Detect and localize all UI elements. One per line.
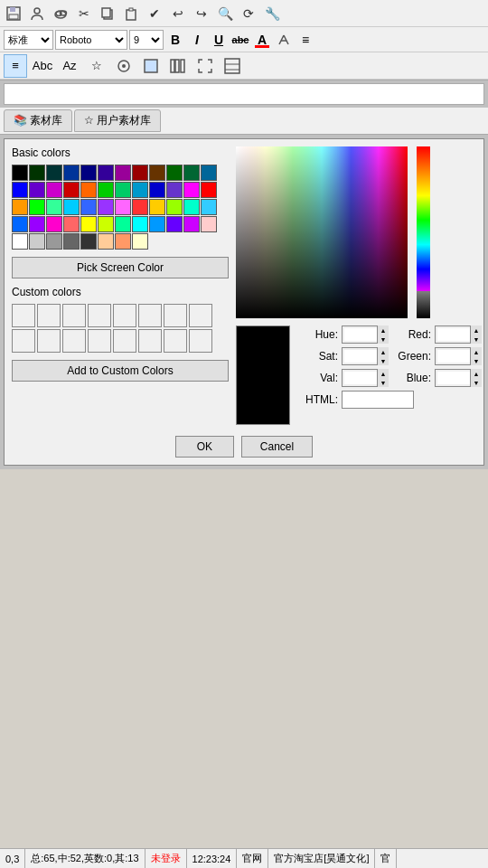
basic-color-swatch[interactable]: [63, 216, 80, 232]
green-input[interactable]: 0: [437, 350, 470, 363]
refresh-icon[interactable]: ⟳: [239, 4, 258, 24]
basic-color-swatch[interactable]: [98, 199, 114, 215]
custom-color-swatch[interactable]: [113, 304, 136, 327]
star-icon[interactable]: ☆: [85, 54, 108, 78]
basic-color-swatch[interactable]: [149, 199, 165, 215]
cut-icon[interactable]: ✂: [74, 4, 94, 24]
green-up[interactable]: ▲: [471, 347, 482, 356]
status-login[interactable]: 未登录: [145, 849, 187, 868]
underline-button[interactable]: U: [209, 30, 229, 50]
paste-icon[interactable]: [121, 4, 141, 24]
text-edit-icon[interactable]: [274, 30, 294, 50]
basic-color-swatch[interactable]: [132, 233, 148, 250]
abc-icon[interactable]: Abc: [31, 54, 54, 78]
paragraph-icon[interactable]: ≡: [4, 54, 27, 78]
add-custom-color-button[interactable]: Add to Custom Colors: [12, 360, 229, 382]
basic-color-swatch[interactable]: [80, 165, 97, 181]
save-icon[interactable]: [4, 4, 23, 24]
view2-icon[interactable]: [166, 54, 190, 78]
basic-color-swatch[interactable]: [201, 165, 217, 181]
basic-color-swatch[interactable]: [12, 165, 28, 181]
blue-input[interactable]: 0: [437, 372, 470, 384]
sat-input[interactable]: 0: [344, 350, 377, 363]
basic-color-swatch[interactable]: [12, 233, 28, 250]
settings-icon[interactable]: 🔧: [262, 4, 282, 24]
view1-icon[interactable]: [139, 54, 163, 78]
basic-color-swatch[interactable]: [46, 216, 62, 232]
basic-color-swatch[interactable]: [29, 199, 45, 215]
custom-color-swatch[interactable]: [189, 304, 212, 327]
tab-user-materials[interactable]: ☆用户素材库: [74, 109, 161, 132]
color-picker-gradient[interactable]: [236, 146, 430, 318]
sat-spinbox[interactable]: 0 ▲ ▼: [342, 347, 387, 365]
green-spinbox[interactable]: 0 ▲ ▼: [435, 347, 480, 365]
red-up[interactable]: ▲: [471, 326, 482, 335]
basic-color-swatch[interactable]: [29, 182, 45, 198]
copy-icon[interactable]: [98, 4, 117, 24]
basic-color-swatch[interactable]: [166, 165, 183, 181]
hue-spinbox[interactable]: 0 ▲ ▼: [342, 326, 387, 344]
basic-color-swatch[interactable]: [183, 199, 200, 215]
basic-color-swatch[interactable]: [201, 199, 217, 215]
basic-color-swatch[interactable]: [183, 216, 200, 232]
size-select[interactable]: 9: [129, 30, 164, 50]
val-down[interactable]: ▼: [378, 378, 389, 387]
basic-color-swatch[interactable]: [63, 165, 80, 181]
cancel-button[interactable]: Cancel: [241, 436, 313, 458]
red-spinbox[interactable]: 0 ▲ ▼: [435, 326, 480, 344]
ok-button[interactable]: OK: [175, 436, 234, 458]
basic-color-swatch[interactable]: [166, 216, 183, 232]
custom-color-swatch[interactable]: [189, 329, 212, 353]
undo-icon[interactable]: ↩: [168, 4, 188, 24]
green-down[interactable]: ▼: [471, 356, 482, 365]
user-icon[interactable]: [27, 4, 47, 24]
basic-color-swatch[interactable]: [80, 216, 97, 232]
custom-color-swatch[interactable]: [88, 329, 111, 353]
basic-color-swatch[interactable]: [29, 165, 45, 181]
basic-color-swatch[interactable]: [115, 165, 131, 181]
custom-color-swatch[interactable]: [164, 304, 187, 327]
custom-color-swatch[interactable]: [37, 304, 61, 327]
search-input[interactable]: [8, 88, 480, 100]
hue-input[interactable]: 0: [344, 328, 377, 341]
blue-spinbox[interactable]: 0 ▲ ▼: [435, 369, 480, 387]
basic-color-swatch[interactable]: [201, 182, 217, 198]
red-down[interactable]: ▼: [471, 335, 482, 344]
custom-color-swatch[interactable]: [12, 329, 35, 353]
basic-color-swatch[interactable]: [80, 182, 97, 198]
basic-color-swatch[interactable]: [132, 165, 148, 181]
custom-color-swatch[interactable]: [37, 329, 61, 353]
font-select[interactable]: Roboto: [55, 30, 127, 50]
layout-icon[interactable]: [221, 54, 244, 78]
basic-color-swatch[interactable]: [46, 199, 62, 215]
custom-color-swatch[interactable]: [12, 304, 35, 327]
blue-down[interactable]: ▼: [471, 378, 482, 387]
html-input[interactable]: #000000: [342, 391, 414, 409]
sat-up[interactable]: ▲: [378, 347, 389, 356]
az-icon[interactable]: Az: [58, 54, 81, 78]
strikethrough-button[interactable]: abc: [230, 30, 250, 50]
basic-color-swatch[interactable]: [149, 165, 165, 181]
basic-color-swatch[interactable]: [29, 216, 45, 232]
basic-color-swatch[interactable]: [98, 233, 114, 250]
custom-color-swatch[interactable]: [138, 304, 162, 327]
basic-color-swatch[interactable]: [46, 182, 62, 198]
blue-up[interactable]: ▲: [471, 369, 482, 378]
basic-color-swatch[interactable]: [63, 199, 80, 215]
status-store[interactable]: 官网: [237, 849, 268, 868]
italic-button[interactable]: I: [187, 30, 207, 50]
check-icon[interactable]: ✔: [145, 4, 164, 24]
val-input[interactable]: 0: [344, 372, 377, 384]
basic-color-swatch[interactable]: [115, 216, 131, 232]
basic-color-swatch[interactable]: [132, 199, 148, 215]
hue-up[interactable]: ▲: [378, 326, 389, 335]
basic-color-swatch[interactable]: [115, 199, 131, 215]
search-icon[interactable]: 🔍: [215, 4, 235, 24]
hue-down[interactable]: ▼: [378, 335, 389, 344]
basic-color-swatch[interactable]: [98, 216, 114, 232]
basic-color-swatch[interactable]: [80, 233, 97, 250]
basic-color-swatch[interactable]: [166, 182, 183, 198]
basic-color-swatch[interactable]: [12, 216, 28, 232]
basic-color-swatch[interactable]: [63, 233, 80, 250]
basic-color-swatch[interactable]: [12, 199, 28, 215]
